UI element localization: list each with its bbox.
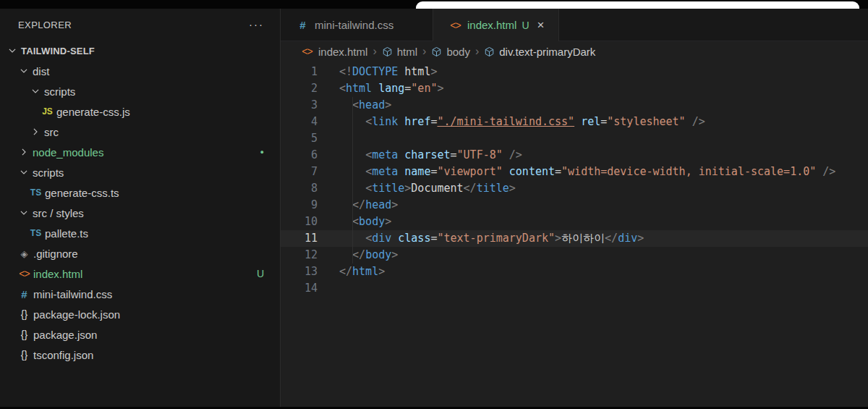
tree-item-src-styles[interactable]: src / styles: [0, 203, 280, 223]
code-line-11[interactable]: 11 <div class="text-primaryDark">하이하이</d…: [281, 230, 868, 247]
tab-label: mini-tailwind.css: [315, 19, 393, 31]
code-text: <div class="text-primaryDark">하이하이</div>: [318, 230, 644, 247]
css-icon: #: [17, 288, 31, 300]
modified-dot-badge: ●: [260, 148, 264, 156]
symbol-cube-icon: [382, 46, 393, 57]
code-text: </head>: [318, 197, 398, 214]
css-icon: #: [296, 19, 310, 31]
html-icon: <>: [300, 46, 314, 57]
line-number: 6: [281, 147, 318, 164]
code-line-3[interactable]: 3 <head>: [281, 97, 868, 114]
code-text: [318, 130, 339, 147]
js-icon: JS: [41, 106, 54, 117]
code-text: <meta name="viewport" content="width=dev…: [318, 164, 835, 180]
tree-item-label: package-lock.json: [33, 308, 120, 321]
line-number: 8: [281, 180, 318, 197]
more-actions-icon[interactable]: ···: [249, 21, 264, 28]
code-text: <title>Document</title>: [318, 180, 516, 197]
line-number: 4: [281, 114, 318, 130]
breadcrumb-separator-icon: ›: [422, 45, 426, 58]
tree-item-src[interactable]: src: [0, 122, 280, 142]
code-text: <!DOCTYPE html>: [318, 64, 437, 80]
breadcrumb-separator-icon: ›: [475, 45, 479, 58]
tree-item-label: TAILWIND-SELF: [21, 46, 95, 56]
code-text: <html lang="en">: [318, 80, 444, 97]
breadcrumb-item-body[interactable]: body: [431, 46, 470, 58]
symbol-cube-icon: [484, 46, 495, 57]
breadcrumb-item-html[interactable]: html: [382, 46, 417, 58]
tree-item-label: generate-css.ts: [45, 187, 119, 199]
code-line-7[interactable]: 7 <meta name="viewport" content="width=d…: [281, 164, 868, 180]
code-text: <head>: [318, 97, 391, 114]
line-number: 2: [281, 80, 318, 97]
close-icon[interactable]: ×: [537, 20, 545, 30]
tab-index.html[interactable]: <>index.htmlU×: [433, 9, 559, 41]
code-text: </body>: [318, 247, 398, 263]
json-icon: {}: [17, 329, 31, 340]
gitignore-diamond-icon: ◈: [17, 248, 31, 259]
line-number: 14: [281, 280, 318, 297]
tree-item-label: package.json: [33, 329, 97, 341]
code-text: <meta charset="UTF-8" />: [318, 147, 522, 164]
tree-item-label: scripts: [33, 166, 64, 179]
line-number: 1: [281, 64, 318, 80]
code-line-2[interactable]: 2<html lang="en">: [281, 80, 868, 97]
tree-item-scripts[interactable]: scripts: [0, 81, 280, 101]
breadcrumb-item-div.text-primarydark[interactable]: div.text-primaryDark: [484, 46, 595, 58]
tree-item-pallete.ts[interactable]: TSpallete.ts: [0, 223, 280, 243]
tree-item-mini-tailwind.css[interactable]: #mini-tailwind.css: [0, 284, 280, 304]
chevron-down-icon: [17, 166, 30, 178]
code-line-8[interactable]: 8 <title>Document</title>: [281, 180, 868, 197]
line-number: 13: [281, 263, 318, 280]
breadcrumb-label: html: [397, 46, 417, 58]
tree-item-scripts[interactable]: scripts: [0, 162, 280, 182]
tab-mini-tailwind.css[interactable]: #mini-tailwind.css: [281, 9, 433, 41]
code-line-13[interactable]: 13</html>: [281, 263, 868, 280]
code-line-6[interactable]: 6 <meta charset="UTF-8" />: [281, 147, 868, 164]
code-line-5[interactable]: 5: [281, 130, 868, 147]
tree-item-label: mini-tailwind.css: [33, 288, 112, 300]
explorer-sidebar: EXPLORER ··· TAILWIND-SELFdistscriptsJSg…: [0, 9, 281, 407]
json-icon: {}: [17, 349, 31, 360]
explorer-header: EXPLORER ···: [0, 9, 280, 41]
code-lines: 1<!DOCTYPE html>2<html lang="en">3 <head…: [281, 64, 868, 297]
tree-item-package-lock.json[interactable]: {}package-lock.json: [0, 304, 280, 324]
code-line-4[interactable]: 4 <link href="./mini-tailwind.css" rel="…: [281, 114, 868, 130]
tree-item-index.html[interactable]: <>index.htmlU: [0, 263, 280, 284]
breadcrumb-item-index.html[interactable]: <>index.html: [300, 46, 367, 58]
html-icon: <>: [17, 268, 31, 279]
line-number: 10: [281, 214, 318, 230]
code-line-10[interactable]: 10 <body>: [281, 214, 868, 230]
tree-item-tsconfig.json[interactable]: {}tsconfig.json: [0, 345, 280, 365]
chevron-right-icon: [29, 126, 42, 138]
line-number: 5: [281, 130, 318, 147]
tree-item-label: dist: [33, 65, 49, 77]
breadcrumb-label: index.html: [318, 46, 367, 58]
code-line-14[interactable]: 14: [281, 280, 868, 297]
symbol-cube-icon: [431, 46, 442, 57]
file-tree: TAILWIND-SELFdistscriptsJSgenerate-css.j…: [0, 41, 280, 365]
code-text: <link href="./mini-tailwind.css" rel="st…: [318, 114, 705, 130]
code-editor[interactable]: 1<!DOCTYPE html>2<html lang="en">3 <head…: [281, 62, 868, 407]
tree-item-dist[interactable]: dist: [0, 61, 280, 81]
tree-item-label: generate-css.js: [56, 106, 130, 118]
tree-item-.gitignore[interactable]: ◈.gitignore: [0, 243, 280, 263]
tab-label: index.html: [467, 19, 516, 31]
line-number: 12: [281, 247, 318, 263]
tree-item-tailwind-self[interactable]: TAILWIND-SELF: [0, 41, 280, 61]
code-line-12[interactable]: 12 </body>: [281, 247, 868, 263]
breadcrumb-separator-icon: ›: [373, 45, 376, 58]
breadcrumb-label: div.text-primaryDark: [499, 46, 595, 58]
tree-item-node-modules[interactable]: node_modules●: [0, 142, 280, 162]
workbench: EXPLORER ··· TAILWIND-SELFdistscriptsJSg…: [0, 9, 868, 407]
tree-item-generate-css.ts[interactable]: TSgenerate-css.ts: [0, 182, 280, 203]
tree-item-package.json[interactable]: {}package.json: [0, 324, 280, 345]
code-text: [318, 280, 339, 297]
code-line-1[interactable]: 1<!DOCTYPE html>: [281, 64, 868, 80]
tree-item-label: src / styles: [33, 207, 84, 219]
line-number: 7: [281, 164, 318, 180]
breadcrumb-label: body: [446, 46, 470, 58]
tree-item-generate-css.js[interactable]: JSgenerate-css.js: [0, 101, 280, 122]
tab-bar: #mini-tailwind.css<>index.htmlU×: [281, 9, 868, 41]
code-line-9[interactable]: 9 </head>: [281, 197, 868, 214]
